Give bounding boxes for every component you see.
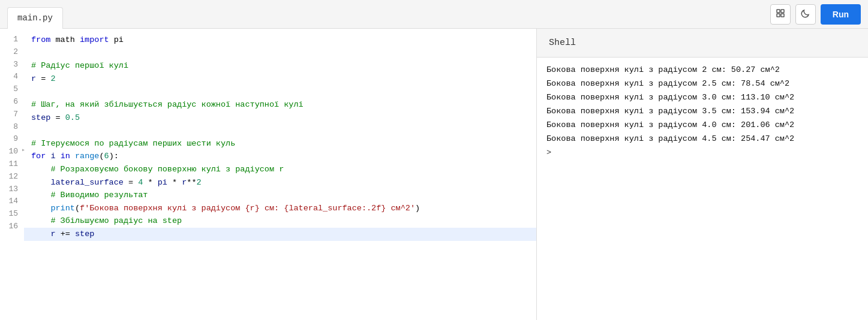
code-line-8 — [24, 124, 536, 137]
shell-title: Shell — [549, 38, 576, 48]
expand-icon — [776, 8, 785, 20]
line-num-2: 2 — [0, 46, 24, 59]
line-num-1: 1 — [0, 34, 24, 46]
svg-rect-0 — [777, 10, 780, 13]
code-line-10: for i in range(6): — [24, 150, 536, 163]
line-num-15: 15 — [0, 208, 24, 221]
toolbar-right: Run — [770, 4, 861, 25]
code-line-16: r += step — [24, 228, 536, 241]
line-num-7: 7 — [0, 108, 24, 121]
editor-pane: 1 2 3 4 5 6 7 8 9 10 11 12 13 14 15 16 f… — [0, 29, 537, 320]
line-num-4: 4 — [0, 71, 24, 83]
shell-line-5: Бокова поверхня кулі з радіусом 4.0 см: … — [546, 119, 858, 132]
shell-line-4: Бокова поверхня кулі з радіусом 3.5 см: … — [546, 105, 858, 119]
code-line-14: print(f'Бокова поверхня кулі з радіусом … — [24, 202, 536, 215]
tab-label: main.py — [17, 13, 53, 23]
svg-rect-3 — [781, 14, 784, 17]
tab-main-py[interactable]: main.py — [7, 7, 63, 29]
shell-output: Бокова поверхня кулі з радіусом 2 см: 50… — [537, 58, 868, 320]
line-num-5: 5 — [0, 83, 24, 96]
svg-rect-1 — [781, 10, 784, 13]
line-num-12: 12 — [0, 171, 24, 183]
shell-prompt[interactable]: > — [546, 146, 858, 160]
run-button[interactable]: Run — [821, 4, 861, 25]
shell-pane: Shell Бокова поверхня кулі з радіусом 2 … — [537, 29, 868, 320]
code-line-13: # Виводимо результат — [24, 189, 536, 202]
shell-header: Shell — [537, 29, 868, 58]
code-line-3: # Радіус першої кулі — [24, 59, 536, 73]
line-num-10: 10 — [0, 146, 24, 158]
code-line-11: # Розраховуємо бокову поверхню кулі з ра… — [24, 163, 536, 176]
line-num-11: 11 — [0, 158, 24, 171]
line-numbers: 1 2 3 4 5 6 7 8 9 10 11 12 13 14 15 16 — [0, 29, 24, 246]
code-area: 1 2 3 4 5 6 7 8 9 10 11 12 13 14 15 16 f… — [0, 29, 536, 246]
code-line-6: # Шаг, на який збільшується радіус кожно… — [24, 98, 536, 111]
line-num-13: 13 — [0, 183, 24, 196]
expand-button[interactable] — [770, 4, 791, 25]
code-line-12: lateral_surface = 4 * pi * r**2 — [24, 176, 536, 189]
line-num-8: 8 — [0, 121, 24, 134]
code-line-7: step = 0.5 — [24, 111, 536, 125]
line-num-9: 9 — [0, 133, 24, 146]
line-num-16: 16 — [0, 221, 24, 233]
shell-line-1: Бокова поверхня кулі з радіусом 2 см: 50… — [546, 64, 858, 77]
tab-bar: main.py Run — [0, 0, 868, 29]
code-line-2 — [24, 47, 536, 60]
svg-rect-2 — [777, 14, 780, 17]
line-num-6: 6 — [0, 96, 24, 108]
shell-line-6: Бокова поверхня кулі з радіусом 4.5 см: … — [546, 132, 858, 146]
code-line-15: # Збільшуємо радіус на step — [24, 215, 536, 228]
line-num-14: 14 — [0, 195, 24, 208]
code-line-1: from math import pi — [24, 34, 536, 47]
shell-line-2: Бокова поверхня кулі з радіусом 2.5 см: … — [546, 77, 858, 91]
code-lines[interactable]: from math import pi # Радіус першої кулі… — [24, 29, 536, 246]
line-num-3: 3 — [0, 59, 24, 71]
moon-icon — [801, 8, 810, 20]
theme-toggle-button[interactable] — [795, 4, 816, 25]
code-line-9: # Ітеруємося по радіусам перших шести ку… — [24, 137, 536, 150]
shell-line-3: Бокова поверхня кулі з радіусом 3.0 см: … — [546, 91, 858, 105]
code-line-4: r = 2 — [24, 73, 536, 86]
main-content: 1 2 3 4 5 6 7 8 9 10 11 12 13 14 15 16 f… — [0, 29, 868, 320]
code-line-5 — [24, 85, 536, 98]
